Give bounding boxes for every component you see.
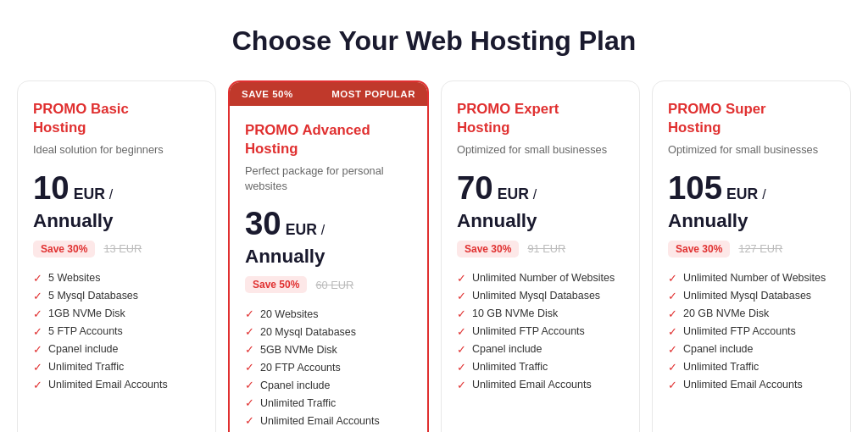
check-icon: ✓ <box>668 379 677 391</box>
save-badge-basic: Save 30% <box>33 241 95 258</box>
check-icon: ✓ <box>33 361 42 374</box>
plan-card-super[interactable]: PROMO SuperHostingOptimized for small bu… <box>652 80 851 432</box>
feature-text: Unlimited Email Accounts <box>683 379 803 390</box>
plan-description-super: Optimized for small businesses <box>668 142 835 158</box>
save-badge-super: Save 30% <box>668 241 730 258</box>
feature-text: Unlimited Number of Websites <box>683 272 826 284</box>
feature-text: Unlimited Email Accounts <box>48 379 168 390</box>
feature-text: 5GB NVMe Disk <box>260 344 337 356</box>
features-list-basic: ✓ 5 Websites ✓ 5 Mysql Databases ✓ 1GB N… <box>33 269 200 394</box>
check-icon: ✓ <box>668 361 677 374</box>
price-main-expert: 70 <box>457 169 493 207</box>
price-row-super: 105 EUR / <box>668 169 835 207</box>
feature-text: 5 Mysql Databases <box>48 290 138 302</box>
feature-item: ✓ Unlimited Number of Websites <box>668 269 835 287</box>
price-currency-advanced: EUR <box>286 221 317 239</box>
feature-item: ✓ Unlimited Number of Websites <box>457 269 624 287</box>
feature-item: ✓ Cpanel include <box>457 341 624 358</box>
price-slash-super: / <box>762 187 765 202</box>
save-row-super: Save 30% 127 EUR <box>668 241 835 258</box>
check-icon: ✓ <box>457 272 466 285</box>
feature-text: 20 Mysql Databases <box>260 326 356 338</box>
price-period-expert: Annually <box>457 210 624 232</box>
check-icon: ✓ <box>457 343 466 356</box>
check-icon: ✓ <box>457 379 466 391</box>
feature-item: ✓ Unlimited Email Accounts <box>457 376 624 394</box>
feature-text: Unlimited FTP Accounts <box>472 325 585 337</box>
feature-item: ✓ Unlimited Email Accounts <box>245 412 412 429</box>
check-icon: ✓ <box>245 343 254 356</box>
price-currency-basic: EUR <box>74 186 105 203</box>
check-icon: ✓ <box>245 361 254 374</box>
check-icon: ✓ <box>33 325 42 338</box>
price-currency-super: EUR <box>726 186 758 203</box>
price-main-advanced: 30 <box>245 205 281 242</box>
price-main-super: 105 <box>668 169 722 207</box>
featured-popular-label: MOST POPULAR <box>331 89 415 99</box>
price-slash-expert: / <box>533 187 537 202</box>
plan-description-basic: Ideal solution for beginners <box>33 142 200 158</box>
check-icon: ✓ <box>245 414 254 427</box>
feature-text: Unlimited FTP Accounts <box>683 325 796 337</box>
feature-text: Cpanel include <box>683 343 754 355</box>
save-row-expert: Save 30% 91 EUR <box>457 241 624 258</box>
feature-item: ✓ 5 Websites <box>33 269 200 287</box>
features-list-super: ✓ Unlimited Number of Websites ✓ Unlimit… <box>668 269 835 394</box>
check-icon: ✓ <box>33 307 42 320</box>
features-list-advanced: ✓ 20 Websites ✓ 20 Mysql Databases ✓ 5GB… <box>245 305 412 429</box>
featured-header: SAVE 50% MOST POPULAR <box>230 82 427 106</box>
feature-text: Cpanel include <box>48 343 119 355</box>
feature-text: Cpanel include <box>260 379 331 391</box>
feature-text: 20 GB NVMe Disk <box>683 307 769 319</box>
check-icon: ✓ <box>668 290 677 302</box>
feature-item: ✓ Unlimited Traffic <box>33 358 200 376</box>
plan-card-basic[interactable]: PROMO BasicHostingIdeal solution for beg… <box>17 80 216 432</box>
plan-name-basic: PROMO BasicHosting <box>33 100 200 137</box>
original-price-advanced: 60 EUR <box>315 279 353 291</box>
check-icon: ✓ <box>668 307 677 320</box>
feature-item: ✓ 1GB NVMe Disk <box>33 305 200 323</box>
price-period-basic: Annually <box>33 210 200 232</box>
check-icon: ✓ <box>457 325 466 338</box>
check-icon: ✓ <box>245 379 254 391</box>
feature-text: Unlimited Traffic <box>472 361 548 373</box>
save-row-basic: Save 30% 13 EUR <box>33 241 200 258</box>
check-icon: ✓ <box>33 379 42 391</box>
check-icon: ✓ <box>668 272 677 285</box>
check-icon: ✓ <box>33 343 42 356</box>
page-title: Choose Your Web Hosting Plan <box>232 25 636 57</box>
feature-item: ✓ Cpanel include <box>33 341 200 358</box>
check-icon: ✓ <box>33 272 42 285</box>
plan-card-advanced[interactable]: SAVE 50% MOST POPULAR PROMO AdvancedHost… <box>228 80 429 432</box>
check-icon: ✓ <box>33 290 42 302</box>
feature-text: Unlimited Mysql Databases <box>683 290 811 302</box>
save-badge-advanced: Save 50% <box>245 276 307 293</box>
check-icon: ✓ <box>457 361 466 374</box>
check-icon: ✓ <box>457 290 466 302</box>
save-badge-expert: Save 30% <box>457 241 519 258</box>
feature-text: 5 FTP Accounts <box>48 325 123 337</box>
feature-item: ✓ Unlimited Mysql Databases <box>668 287 835 305</box>
plans-container: PROMO BasicHostingIdeal solution for beg… <box>17 80 851 432</box>
price-period-super: Annually <box>668 210 835 232</box>
feature-text: Unlimited Email Accounts <box>260 415 380 427</box>
feature-text: 1GB NVMe Disk <box>48 307 125 319</box>
plan-name-super: PROMO SuperHosting <box>668 100 835 137</box>
price-main-basic: 10 <box>33 169 70 207</box>
price-row-advanced: 30 EUR / <box>245 205 412 242</box>
feature-text: 20 Websites <box>260 308 318 320</box>
feature-text: 10 GB NVMe Disk <box>472 307 558 319</box>
check-icon: ✓ <box>245 396 254 409</box>
feature-text: Unlimited Traffic <box>48 361 124 373</box>
plan-description-advanced: Perfect package for personal websites <box>245 163 412 194</box>
feature-item: ✓ Unlimited FTP Accounts <box>457 323 624 341</box>
feature-text: Unlimited Email Accounts <box>472 379 592 390</box>
price-slash-advanced: / <box>321 223 325 238</box>
feature-text: Unlimited Traffic <box>683 361 759 373</box>
featured-save-label: SAVE 50% <box>242 89 293 99</box>
price-currency-expert: EUR <box>498 186 529 203</box>
feature-item: ✓ Cpanel include <box>245 376 412 394</box>
plan-card-expert[interactable]: PROMO ExpertHostingOptimized for small b… <box>441 80 640 432</box>
feature-item: ✓ Unlimited Email Accounts <box>33 376 200 394</box>
check-icon: ✓ <box>245 307 254 320</box>
